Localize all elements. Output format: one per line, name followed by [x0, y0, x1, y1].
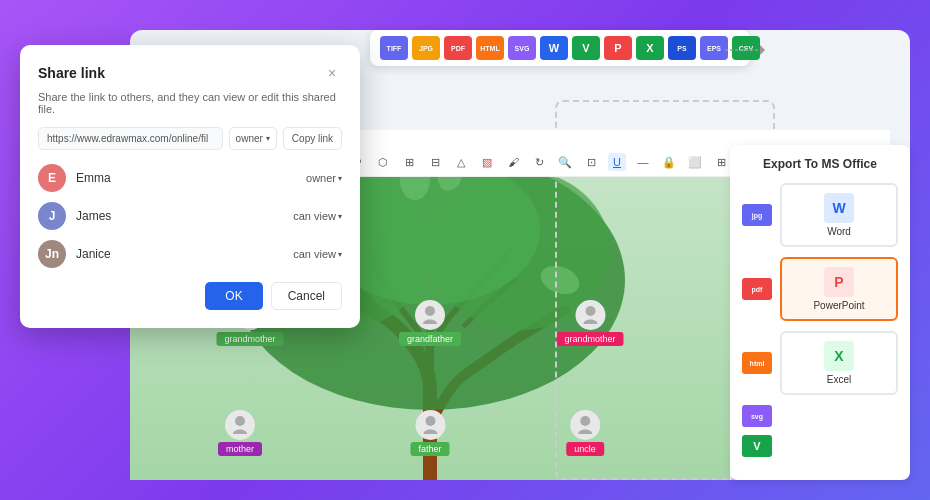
name-james: James: [76, 209, 283, 223]
ppt-label: PowerPoint: [813, 300, 864, 311]
modal-header: Share link ×: [38, 63, 342, 83]
ppt-big-icon: P: [824, 267, 854, 297]
svg-point-13: [235, 416, 245, 426]
avatar-mother: [225, 410, 255, 440]
svg-point-12: [585, 306, 595, 316]
role-label: owner: [236, 133, 263, 144]
export-title: Export To MS Office: [742, 157, 898, 171]
label-grandmother-left: grandmother: [216, 332, 283, 346]
role-james-chevron: ▾: [338, 212, 342, 221]
svg-btn[interactable]: SVG: [508, 36, 536, 60]
triangle-icon[interactable]: △: [452, 153, 470, 171]
label-mother: mother: [218, 442, 262, 456]
export-ppt-btn[interactable]: P PowerPoint: [780, 257, 898, 321]
underline-icon[interactable]: U: [608, 153, 626, 171]
role-emma-chevron: ▾: [338, 174, 342, 183]
table-icon[interactable]: ⊞: [400, 153, 418, 171]
export-row-excel: html X Excel: [742, 331, 898, 395]
export-small-jpg[interactable]: jpg: [742, 204, 772, 226]
avatar-janice: Jn: [38, 240, 66, 268]
dash-icon[interactable]: —: [634, 153, 652, 171]
node-uncle: uncle: [566, 410, 604, 456]
user-row-james: J James can view ▾: [38, 202, 342, 230]
node-grandmother-right: grandmother: [556, 300, 623, 346]
role-janice-chevron: ▾: [338, 250, 342, 259]
export-small-svg[interactable]: svg: [742, 405, 772, 427]
ps-btn[interactable]: PS: [668, 36, 696, 60]
avatar-grandfather: [415, 300, 445, 330]
word-small-btn[interactable]: W: [540, 36, 568, 60]
avatar-grandmother-right: [575, 300, 605, 330]
eps-btn[interactable]: EPS: [700, 36, 728, 60]
node-mother: mother: [218, 410, 262, 456]
zoom-icon[interactable]: 🔍: [556, 153, 574, 171]
cancel-button[interactable]: Cancel: [271, 282, 342, 310]
link-row: owner ▾ Copy link: [38, 127, 342, 150]
node-grandfather: grandfather: [399, 300, 461, 346]
modal-description: Share the link to others, and they can v…: [38, 91, 342, 115]
role-dropdown[interactable]: owner ▾: [229, 127, 277, 150]
svg-point-15: [580, 416, 590, 426]
modal-title: Share link: [38, 65, 105, 81]
label-father: father: [410, 442, 449, 456]
fill-icon[interactable]: ▧: [478, 153, 496, 171]
label-grandfather: grandfather: [399, 332, 461, 346]
excel-label: Excel: [827, 374, 851, 385]
visio-btn[interactable]: V: [572, 36, 600, 60]
link-input[interactable]: [38, 127, 223, 150]
avatar-father: [415, 410, 445, 440]
excel-btn[interactable]: X: [636, 36, 664, 60]
role-janice-label: can view: [293, 248, 336, 260]
export-row-word: jpg W Word: [742, 183, 898, 247]
name-janice: Janice: [76, 247, 283, 261]
pdf-btn[interactable]: PDF: [444, 36, 472, 60]
html-btn[interactable]: HTML: [476, 36, 504, 60]
copy-link-button[interactable]: Copy link: [283, 127, 342, 150]
crop-icon[interactable]: ⊡: [582, 153, 600, 171]
label-grandmother-right: grandmother: [556, 332, 623, 346]
export-row-ppt: pdf P PowerPoint: [742, 257, 898, 321]
role-james-label: can view: [293, 210, 336, 222]
grid-icon[interactable]: ⊞: [712, 153, 730, 171]
close-icon[interactable]: ×: [322, 63, 342, 83]
export-panel: Export To MS Office jpg W Word pdf P Pow…: [730, 145, 910, 480]
label-uncle: uncle: [566, 442, 604, 456]
role-janice[interactable]: can view ▾: [293, 248, 342, 260]
svg-marker-1: [760, 45, 765, 55]
svg-point-14: [425, 416, 435, 426]
rotate-icon[interactable]: ↻: [530, 153, 548, 171]
export-small-pdf[interactable]: pdf: [742, 278, 772, 300]
user-row-emma: E Emma owner ▾: [38, 164, 342, 192]
modal-actions: OK Cancel: [38, 282, 342, 310]
avatar-james: J: [38, 202, 66, 230]
word-icon: W: [824, 193, 854, 223]
excel-big-icon: X: [824, 341, 854, 371]
lock-icon[interactable]: 🔒: [660, 153, 678, 171]
export-excel-btn[interactable]: X Excel: [780, 331, 898, 395]
export-small-v[interactable]: V: [742, 435, 772, 457]
role-emma-label: owner: [306, 172, 336, 184]
share-modal: Share link × Share the link to others, a…: [20, 45, 360, 328]
role-chevron-icon: ▾: [266, 134, 270, 143]
avatar-uncle: [570, 410, 600, 440]
word-label: Word: [827, 226, 851, 237]
format-toolbar: TIFF JPG PDF HTML SVG W V P X PS EPS CSV: [370, 30, 750, 66]
arrow-indicator: [725, 40, 765, 65]
user-row-janice: Jn Janice can view ▾: [38, 240, 342, 268]
ok-button[interactable]: OK: [205, 282, 262, 310]
role-james[interactable]: can view ▾: [293, 210, 342, 222]
svg-point-11: [425, 306, 435, 316]
node-father: father: [410, 410, 449, 456]
shapes-icon[interactable]: ⬡: [374, 153, 392, 171]
role-emma[interactable]: owner ▾: [306, 172, 342, 184]
line-icon[interactable]: ⊟: [426, 153, 444, 171]
ppt-btn[interactable]: P: [604, 36, 632, 60]
export-small-html[interactable]: html: [742, 352, 772, 374]
jpg-btn[interactable]: JPG: [412, 36, 440, 60]
paint-icon[interactable]: 🖌: [504, 153, 522, 171]
avatar-emma: E: [38, 164, 66, 192]
export-word-btn[interactable]: W Word: [780, 183, 898, 247]
tiff-btn[interactable]: TIFF: [380, 36, 408, 60]
name-emma: Emma: [76, 171, 296, 185]
frame-icon[interactable]: ⬜: [686, 153, 704, 171]
